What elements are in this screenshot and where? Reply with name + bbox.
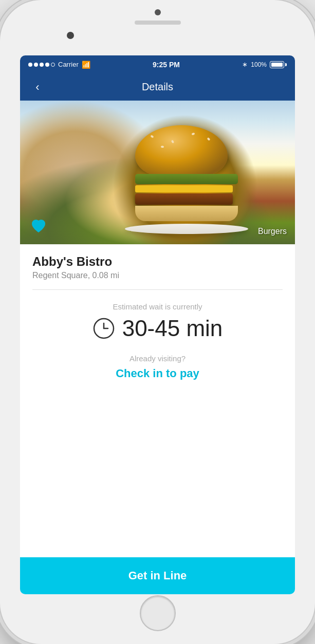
speaker — [135, 21, 181, 25]
bun-bottom — [135, 206, 238, 221]
status-right: ∗ 100% — [242, 61, 287, 68]
hero-image: Burgers — [20, 101, 295, 244]
phone-frame: Carrier 📶 9:25 PM ∗ 100% ‹ Details — [0, 0, 315, 644]
battery-percent: 100% — [251, 61, 267, 68]
carrier-label: Carrier — [58, 61, 79, 68]
battery-body — [270, 61, 284, 68]
home-button[interactable] — [140, 595, 176, 631]
wifi-icon: 📶 — [82, 61, 90, 69]
divider — [32, 289, 283, 290]
phone-bottom — [0, 582, 315, 644]
wait-label: Estimated wait is currently — [41, 302, 274, 311]
wait-section: Estimated wait is currently 30-45 min — [32, 302, 283, 340]
burger-illustration — [135, 125, 248, 234]
patty-layer — [135, 193, 233, 205]
plate — [125, 224, 248, 234]
status-bar: Carrier 📶 9:25 PM ∗ 100% — [20, 55, 295, 74]
restaurant-location: Regent Square, 0.08 mi — [32, 271, 283, 280]
wait-time-row: 30-45 min — [41, 317, 274, 340]
wait-time: 30-45 min — [122, 317, 223, 340]
content-area: Abby's Bistro Regent Square, 0.08 mi Est… — [20, 244, 295, 391]
check-in-link[interactable]: Check in to pay — [116, 367, 199, 380]
sesame-1 — [150, 134, 154, 138]
screen: Carrier 📶 9:25 PM ∗ 100% ‹ Details — [20, 55, 295, 594]
visiting-section: Already visiting? Check in to pay — [32, 354, 283, 391]
heart-icon[interactable] — [28, 216, 49, 236]
battery-icon — [270, 61, 287, 68]
sesame-5 — [207, 137, 210, 141]
status-time: 9:25 PM — [153, 61, 180, 69]
signal-dot-5 — [51, 63, 55, 67]
sesame-4 — [160, 145, 164, 148]
bun-top — [135, 125, 228, 177]
bluetooth-icon: ∗ — [242, 61, 248, 68]
phone-top — [0, 0, 315, 62]
nav-bar: ‹ Details — [20, 74, 295, 101]
battery-fill — [271, 63, 283, 67]
already-visiting-label: Already visiting? — [41, 354, 274, 363]
cheese-layer — [135, 185, 233, 192]
restaurant-name: Abby's Bistro — [32, 255, 283, 269]
signal-dot-3 — [40, 63, 44, 67]
sesame-3 — [191, 132, 195, 135]
clock-icon — [92, 317, 115, 340]
sesame-2 — [171, 140, 174, 143]
nav-title: Details — [47, 81, 268, 93]
signal-dot-4 — [45, 63, 49, 67]
battery-tip — [285, 63, 287, 66]
signal-dots — [28, 63, 55, 67]
category-badge: Burgers — [258, 227, 287, 236]
status-left: Carrier 📶 — [28, 61, 90, 69]
top-camera — [155, 9, 161, 15]
front-camera — [67, 32, 74, 39]
back-button[interactable]: ‹ — [28, 78, 47, 96]
signal-dot-2 — [34, 63, 38, 67]
signal-dot-1 — [28, 63, 32, 67]
lettuce-layer — [135, 174, 238, 184]
